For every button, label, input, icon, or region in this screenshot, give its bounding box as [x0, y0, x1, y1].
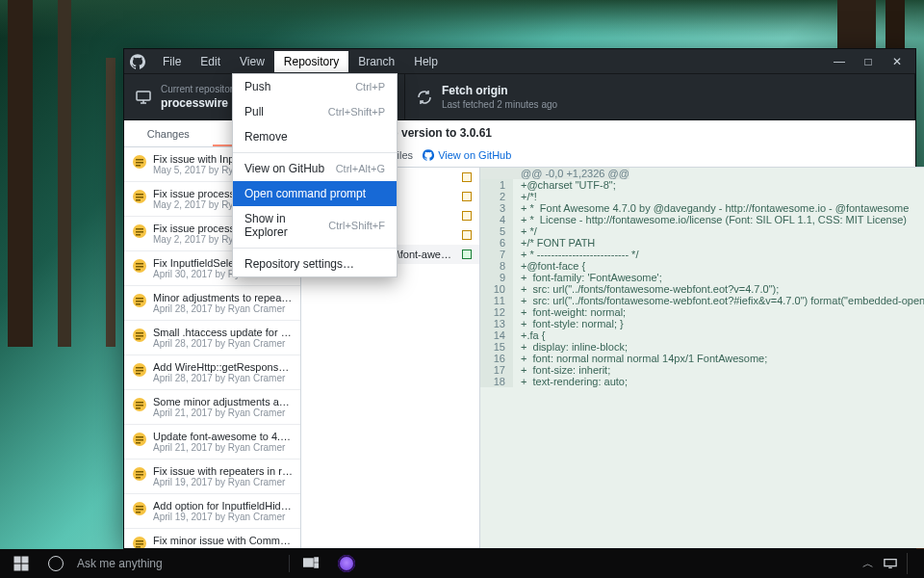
- commit-meta: April 21, 2017 by Ryan Cramer: [153, 442, 293, 453]
- svg-rect-49: [14, 557, 20, 563]
- svg-rect-36: [136, 442, 141, 444]
- line-text: + display: inline-block;: [513, 341, 628, 353]
- github-logo-icon: [130, 54, 145, 69]
- menu-help[interactable]: Help: [404, 51, 448, 72]
- modified-icon: [462, 172, 472, 182]
- commit-row[interactable]: Fix issue with repeaters in renderVa…Apr…: [124, 460, 300, 494]
- window-close-button[interactable]: ✕: [890, 55, 904, 68]
- commit-row[interactable]: Update font-awesome to 4.7 per pr…April …: [124, 425, 300, 460]
- menu-view-on-github[interactable]: View on GitHubCtrl+Alt+G: [233, 156, 397, 181]
- commit-title: Fix issue with repeaters in renderVa…: [153, 465, 293, 477]
- tab-changes[interactable]: Changes: [124, 120, 213, 146]
- svg-rect-32: [136, 407, 141, 409]
- svg-rect-19: [136, 301, 143, 302]
- diff-line: 15+ display: inline-block;: [480, 341, 924, 353]
- diff-line: 11+ src: url("../fonts/fontawesome-webfo…: [480, 295, 924, 306]
- diff-line: 7+ * -------------------------- */: [480, 249, 924, 260]
- menu-show-in-explorer[interactable]: Show in ExplorerCtrl+Shift+F: [233, 206, 397, 245]
- svg-rect-14: [136, 263, 143, 265]
- menu-branch[interactable]: Branch: [348, 51, 404, 72]
- windows-logo-icon: [13, 556, 29, 571]
- svg-rect-15: [136, 266, 143, 268]
- commit-row[interactable]: Small .htaccess update for HTTPS re…Apri…: [124, 321, 300, 355]
- taskbar-app-github[interactable]: [328, 549, 365, 578]
- commit-icon: [132, 501, 147, 516]
- line-number: 14: [480, 329, 513, 341]
- show-desktop-strip[interactable]: [907, 553, 912, 574]
- commit-meta: April 28, 2017 by Ryan Cramer: [153, 338, 293, 349]
- tray-display-icon[interactable]: [884, 557, 897, 570]
- window-maximize-button[interactable]: □: [861, 55, 875, 68]
- diff-line: 12+ font-weight: normal;: [480, 306, 924, 318]
- menu-separator: [233, 248, 397, 249]
- commit-title: Fix minor issue with CommentForm…: [153, 535, 293, 546]
- svg-rect-53: [303, 559, 313, 566]
- svg-rect-46: [136, 540, 143, 542]
- svg-rect-31: [136, 405, 143, 407]
- svg-rect-20: [136, 303, 141, 305]
- commit-icon: [132, 189, 147, 204]
- line-number: 11: [480, 295, 513, 306]
- commit-row[interactable]: Add option for InputfieldHidden to …Apri…: [124, 494, 300, 529]
- line-text: @@ -0,0 +1,2326 @@: [513, 168, 629, 179]
- commit-icon: [132, 466, 147, 482]
- menu-separator: [233, 152, 397, 153]
- tray-overflow-button[interactable]: ︿: [862, 556, 874, 572]
- menu-view[interactable]: View: [230, 51, 274, 72]
- start-button[interactable]: [4, 549, 38, 578]
- line-number: 16: [480, 353, 513, 364]
- diff-line: 2+/*!: [480, 191, 924, 202]
- github-mark-icon: [423, 149, 434, 161]
- commit-meta: April 19, 2017 by Ryan Cramer: [153, 477, 293, 487]
- diff-pane[interactable]: @@ -0,0 +1,2326 @@1+@charset "UTF-8";2+/…: [480, 168, 924, 548]
- commit-title: Some minor adjustments and bump…: [153, 396, 293, 407]
- task-view-button[interactable]: [294, 549, 328, 578]
- menu-open-command-prompt[interactable]: Open command prompt: [233, 181, 397, 206]
- svg-rect-3: [136, 162, 143, 164]
- task-view-icon: [303, 556, 319, 571]
- line-number: 18: [480, 376, 513, 387]
- diff-line: 6+/* FONT PATH: [480, 237, 924, 249]
- svg-rect-34: [136, 436, 143, 438]
- diff-line: 1+@charset "UTF-8";: [480, 179, 924, 191]
- line-number: 5: [480, 225, 513, 237]
- modified-icon: [462, 211, 472, 221]
- view-on-github-link[interactable]: View on GitHub: [423, 149, 511, 161]
- repo-name: processwire: [161, 96, 238, 110]
- svg-rect-54: [315, 558, 319, 562]
- fetch-origin-button[interactable]: Fetch origin Last fetched 2 minutes ago: [405, 74, 915, 119]
- commit-icon: [132, 432, 147, 447]
- menu-repository[interactable]: Repository: [274, 51, 348, 72]
- svg-rect-48: [136, 546, 141, 548]
- svg-rect-7: [136, 197, 143, 198]
- system-tray: ︿: [862, 553, 920, 574]
- modified-icon: [462, 192, 472, 201]
- commit-icon: [132, 258, 147, 274]
- line-text: +/*!: [513, 191, 537, 202]
- line-number: 12: [480, 306, 513, 318]
- commit-icon: [132, 328, 147, 343]
- commit-row[interactable]: Some minor adjustments and bump…April 21…: [124, 390, 300, 425]
- menu-remove[interactable]: Remove: [233, 124, 397, 149]
- menu-file[interactable]: File: [153, 51, 191, 72]
- menu-pull[interactable]: PullCtrl+Shift+P: [233, 99, 397, 124]
- commit-row[interactable]: Minor adjustments to repeater and …April…: [124, 286, 300, 321]
- window-minimize-button[interactable]: —: [833, 55, 846, 68]
- menu-edit[interactable]: Edit: [191, 51, 230, 72]
- line-text: + font-size: inherit;: [513, 364, 610, 376]
- commit-row[interactable]: Add WireHttp::getResponseHeader…April 28…: [124, 355, 300, 390]
- cortana-search-input[interactable]: Ask me anything: [73, 549, 285, 578]
- commit-icon: [132, 223, 147, 239]
- line-text: + * Font Awesome 4.7.0 by @davegandy - h…: [513, 202, 909, 214]
- svg-rect-52: [22, 565, 28, 570]
- repository-menu-dropdown: PushCtrl+P PullCtrl+Shift+P Remove View …: [232, 73, 398, 277]
- line-number: 1: [480, 179, 513, 191]
- cortana-button[interactable]: [38, 549, 73, 578]
- commit-row[interactable]: Fix minor issue with CommentForm…: [124, 529, 300, 548]
- svg-rect-50: [22, 557, 28, 563]
- menu-repository-settings[interactable]: Repository settings…: [233, 251, 397, 276]
- line-number: 9: [480, 272, 513, 283]
- commit-meta: April 28, 2017 by Ryan Cramer: [153, 373, 293, 383]
- window-controls: — □ ✕: [833, 55, 910, 68]
- menu-push[interactable]: PushCtrl+P: [233, 74, 397, 99]
